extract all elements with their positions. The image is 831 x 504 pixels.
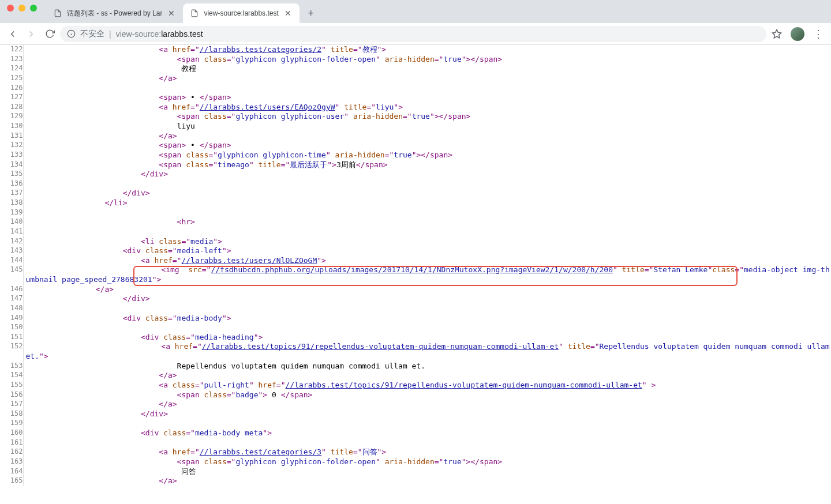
line-number: 149 xyxy=(0,314,23,324)
source-code[interactable] xyxy=(23,419,831,428)
source-code[interactable] xyxy=(23,179,831,189)
token-attr: title xyxy=(259,160,281,169)
token-val: 教程 xyxy=(362,45,377,54)
source-code[interactable]: </div> xyxy=(23,409,831,419)
token-val: glyphicon glyphicon-user xyxy=(235,112,344,121)
tab-2[interactable]: view-source:larabbs.test ✕ xyxy=(183,3,299,23)
source-line: 165 </a> xyxy=(0,476,831,486)
token-link[interactable]: //larabbs.test/users/EAQozOgyW xyxy=(200,103,335,111)
token-tag: "> xyxy=(254,333,263,341)
token-attr: title xyxy=(331,447,353,456)
source-code[interactable]: <img src="//fsdhubcdn.phphub.org/uploads… xyxy=(23,265,831,284)
line-number: 137 xyxy=(0,189,23,198)
source-code[interactable]: <div class="media-heading"> xyxy=(23,333,831,343)
token-tag: <div xyxy=(123,314,145,322)
source-code[interactable] xyxy=(23,304,831,314)
reload-button[interactable] xyxy=(42,26,58,42)
token-tag: =" xyxy=(590,342,600,351)
source-code[interactable] xyxy=(23,438,831,448)
source-code[interactable]: </div> xyxy=(23,170,831,179)
source-code[interactable]: <span class="glyphicon glyphicon-time" a… xyxy=(23,151,831,160)
source-code[interactable]: <span class="glyphicon glyphicon-folder-… xyxy=(23,457,831,467)
token-link[interactable]: //larabbs.test/categories/3 xyxy=(200,447,321,456)
source-code[interactable]: <a href="//larabbs.test/users/NlOLZOoGM"… xyxy=(23,256,831,266)
profile-avatar[interactable] xyxy=(791,27,804,41)
token-link[interactable]: //larabbs.test/users/NlOLZOoGM xyxy=(181,256,317,265)
source-code[interactable]: <span> • </span> xyxy=(23,141,831,151)
token-tag: =" xyxy=(173,256,182,265)
source-code[interactable]: <a href="//larabbs.test/topics/91/repell… xyxy=(23,342,831,361)
line-number: 145 xyxy=(0,265,23,284)
menu-button[interactable]: ⋮ xyxy=(810,26,826,42)
source-code[interactable]: <div class="media-left"> xyxy=(23,246,831,256)
line-number: 147 xyxy=(0,294,23,304)
source-code[interactable]: </a> xyxy=(23,131,831,141)
window-maximize-button[interactable] xyxy=(30,5,37,12)
source-code[interactable]: </div> xyxy=(23,189,831,198)
close-icon[interactable]: ✕ xyxy=(167,9,176,18)
token-link[interactable]: //larabbs.test/categories/2 xyxy=(200,45,321,54)
source-code[interactable] xyxy=(23,227,831,237)
source-view[interactable]: 122 <a href="//larabbs.test/categories/2… xyxy=(0,45,831,504)
source-code[interactable]: Repellendus voluptatem quidem numquam co… xyxy=(23,362,831,371)
forward-button[interactable] xyxy=(23,26,39,42)
source-code[interactable]: <a href="//larabbs.test/categories/2" ti… xyxy=(23,45,831,55)
tab-1[interactable]: 话题列表 - ss - Powered by Lar ✕ xyxy=(46,3,183,23)
token-tag: <li xyxy=(141,237,159,246)
token-tag: " xyxy=(559,342,568,351)
line-number: 160 xyxy=(0,428,23,438)
token-tag: " > xyxy=(642,381,656,389)
address-bar[interactable]: 不安全 | view-source:larabbs.test xyxy=(60,26,766,42)
token-attr: class xyxy=(159,237,181,246)
token-val: pull-right xyxy=(204,381,249,389)
source-code[interactable] xyxy=(23,84,831,93)
source-code[interactable]: </a> xyxy=(23,400,831,409)
line-number: 138 xyxy=(0,198,23,208)
token-val: Stefan Lemke xyxy=(653,265,708,274)
source-code[interactable]: </li> xyxy=(23,198,831,208)
token-tag: =" xyxy=(208,151,218,159)
source-code[interactable]: <a href="//larabbs.test/categories/3" ti… xyxy=(23,447,831,457)
line-number: 155 xyxy=(0,381,23,390)
token-tag: <span xyxy=(159,160,186,169)
source-code[interactable]: </a> xyxy=(23,74,831,84)
token-link[interactable]: //larabbs.test/topics/91/repellendus-vol… xyxy=(202,342,559,351)
source-code[interactable]: <span class="timeago" title="最后活跃于">3周前<… xyxy=(23,160,831,170)
source-code[interactable]: <span class="badge"> 0 </span> xyxy=(23,390,831,400)
source-code[interactable]: </div> xyxy=(23,294,831,304)
source-code[interactable]: 问答 xyxy=(23,467,831,477)
window-close-button[interactable] xyxy=(7,5,14,12)
token-link[interactable]: //fsdhubcdn.phphub.org/uploads/images/20… xyxy=(211,265,613,274)
source-code[interactable]: <span class="glyphicon glyphicon-folder-… xyxy=(23,55,831,65)
source-code[interactable]: <span class="glyphicon glyphicon-user" a… xyxy=(23,112,831,122)
source-code[interactable]: <div class="media-body meta"> xyxy=(23,428,831,438)
source-code[interactable]: <hr> xyxy=(23,217,831,227)
token-tag: " xyxy=(335,103,345,111)
source-code[interactable]: 教程 xyxy=(23,64,831,74)
token-link[interactable]: //larabbs.test/topics/91/repellendus-vol… xyxy=(286,381,642,389)
source-code[interactable]: <div class="media-body"> xyxy=(23,314,831,324)
token-tag: "> xyxy=(259,390,268,399)
token-tag: <a xyxy=(159,45,172,54)
bookmark-button[interactable] xyxy=(769,26,785,42)
source-code[interactable]: </a> xyxy=(23,285,831,295)
source-code[interactable]: <a href="//larabbs.test/users/EAQozOgyW"… xyxy=(23,103,831,112)
source-line: 151 <div class="media-heading"> xyxy=(0,333,831,343)
source-code[interactable] xyxy=(23,323,831,333)
back-button[interactable] xyxy=(5,26,21,42)
token-tag: </span> xyxy=(200,93,231,101)
close-icon[interactable]: ✕ xyxy=(283,9,293,18)
source-code[interactable]: <a class="pull-right" href="//larabbs.te… xyxy=(23,381,831,390)
new-tab-button[interactable]: + xyxy=(303,5,319,21)
source-code[interactable]: </a> xyxy=(23,476,831,486)
info-icon xyxy=(67,29,76,38)
source-code[interactable]: </a> xyxy=(23,371,831,381)
token-tag: <a xyxy=(141,256,154,265)
window-minimize-button[interactable] xyxy=(18,5,25,12)
source-code[interactable]: liyu xyxy=(23,122,831,131)
source-code[interactable] xyxy=(23,208,831,218)
source-code[interactable]: <span> • </span> xyxy=(23,93,831,103)
token-tag: =" xyxy=(403,112,412,121)
source-code[interactable]: <li class="media"> xyxy=(23,237,831,247)
token-tag: </span> xyxy=(200,141,231,149)
